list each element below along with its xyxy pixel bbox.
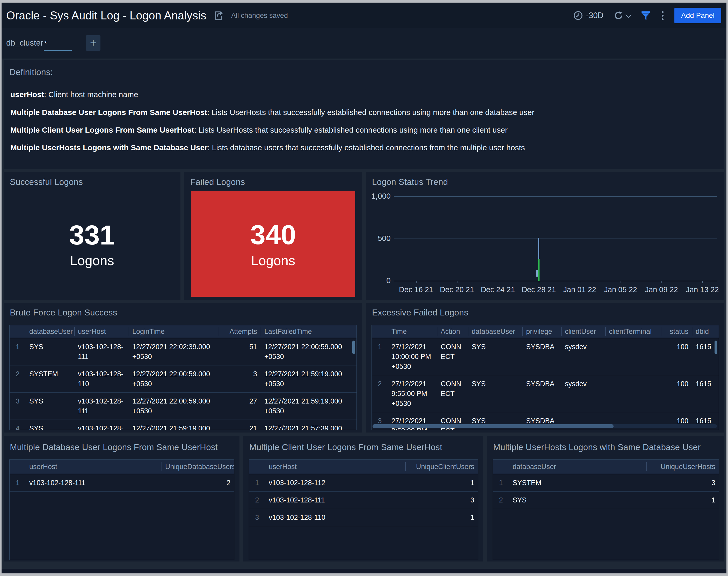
column-header[interactable]: Action <box>437 326 468 337</box>
table-cell: 27 <box>218 393 261 410</box>
horizontal-scrollbar-thumb[interactable] <box>372 424 613 428</box>
column-header[interactable]: privilege <box>522 326 561 337</box>
definition-item: Multiple UserHosts Logons with Same Data… <box>10 143 525 152</box>
table-cell: SYSDBA <box>522 375 561 392</box>
add-panel-button[interactable]: Add Panel <box>674 8 721 23</box>
column-header[interactable]: userHost <box>26 462 161 472</box>
table-cell: sysdev <box>561 375 605 392</box>
column-header[interactable]: UniqueClientUsers <box>405 462 478 472</box>
chart-gridline <box>394 238 717 239</box>
column-header[interactable]: LoginTime <box>129 326 218 337</box>
column-header[interactable]: UniqueDatabaseUsers <box>161 462 234 472</box>
column-header[interactable]: databaseUser <box>509 462 646 472</box>
definition-item: userHost: Client host machine name <box>10 90 138 99</box>
table-cell: 12/27/2021 22:00:59.000 +0530 <box>129 366 218 392</box>
table-cell: SYS <box>468 375 522 392</box>
refresh-control[interactable] <box>613 10 631 21</box>
column-header[interactable]: Attempts <box>218 326 261 337</box>
table-cell: 27/12/2021 10:00:00 PM +0530 <box>388 338 437 375</box>
chevron-down-icon <box>625 12 631 18</box>
column-header[interactable]: LastFailedTime <box>261 326 357 337</box>
filter-variable-label: db_cluster <box>6 38 43 48</box>
table-cell: 51 <box>218 338 261 355</box>
row-number: 1 <box>372 338 388 355</box>
failed-logons-panel: Failed Logons 340 Logons <box>184 172 362 300</box>
add-variable-button[interactable]: + <box>86 35 100 51</box>
definitions-heading: Definitions: <box>9 67 53 77</box>
multi-client-user-table: userHostUniqueClientUsers1v103-102-128-1… <box>249 459 478 560</box>
table-row: 4SYSv103-102-128-11112/27/2021 21:59:19.… <box>9 420 357 430</box>
dashboard-page: Oracle - Sys Audit Log - Logon Analysis … <box>2 3 726 573</box>
panel-title: Multiple Database User Logons From Same … <box>10 442 218 452</box>
column-header[interactable]: UniqueUserHosts <box>646 462 719 472</box>
table-cell: SYS <box>26 420 74 430</box>
table-cell: v103-102-128-111 <box>265 492 405 509</box>
page-title: Oracle - Sys Audit Log - Logon Analysis <box>6 9 206 22</box>
time-range-control[interactable]: -30D <box>573 10 604 21</box>
y-axis-tick-label: 1,000 <box>366 192 391 200</box>
panel-title: Successful Logons <box>10 177 83 187</box>
multi-db-user-table: userHostUniqueDatabaseUsers1v103-102-128… <box>9 459 234 560</box>
table-cell: 12/27/2021 21:57:39.000 +0530 <box>261 420 357 430</box>
table-cell: CONNECT <box>437 375 468 402</box>
vertical-scrollbar[interactable] <box>715 341 717 354</box>
filter-icon[interactable] <box>640 10 651 21</box>
table-row: 2SYS1 <box>493 492 719 509</box>
failed-logons-value: 340 <box>191 219 355 251</box>
table-row: 127/12/2021 10:00:00 PM +0530CONNECTSYSS… <box>372 338 719 375</box>
x-axis-tick-label: Jan 09 22 <box>639 285 684 294</box>
table-cell: SYS <box>468 338 522 355</box>
row-number: 1 <box>493 474 509 491</box>
successful-logons-panel: Successful Logons 331 Logons <box>4 172 180 300</box>
column-header[interactable]: Time <box>388 326 437 337</box>
share-export-icon[interactable] <box>214 10 224 21</box>
multi-client-user-panel: Multiple Client User Logons From Same Us… <box>243 436 483 561</box>
table-cell <box>605 375 661 382</box>
x-axis-tick-label: Dec 24 21 <box>476 285 520 294</box>
logon-trend-chart: 05001,000Dec 16 21Dec 20 21Dec 24 21Dec … <box>366 172 724 300</box>
row-number: 2 <box>372 375 388 392</box>
table-row: 3SYSv103-102-128-11112/27/2021 22:00:59.… <box>9 393 357 420</box>
clock-icon <box>573 10 583 21</box>
table-cell: sysdev <box>561 338 605 355</box>
column-header[interactable]: clientTerminal <box>605 326 661 337</box>
x-axis-tick <box>498 281 498 283</box>
column-header[interactable]: status <box>661 326 692 337</box>
kebab-menu-icon[interactable] <box>661 10 665 21</box>
table-cell: v103-102-128-111 <box>26 474 161 491</box>
table-cell: 12/27/2021 22:00:59.000 +0530 <box>261 338 357 365</box>
failed-logons-unit: Logons <box>191 253 355 268</box>
filter-variable-input[interactable] <box>44 37 72 51</box>
column-header[interactable]: clientUser <box>561 326 605 337</box>
table-cell: 12/27/2021 21:59:19.000 +0530 <box>129 420 218 430</box>
refresh-icon <box>613 10 624 21</box>
table-cell: SYSTEM <box>509 474 646 491</box>
table-cell: 12/27/2021 21:59:19.000 +0530 <box>261 393 357 420</box>
row-number: 2 <box>249 492 265 509</box>
row-number: 3 <box>249 509 265 526</box>
x-axis-tick-label: Jan 13 22 <box>680 285 724 294</box>
row-number: 2 <box>9 366 26 382</box>
excessive-failed-table: TimeActiondatabaseUserprivilegeclientUse… <box>371 325 719 430</box>
logon-status-trend-panel: Logon Status Trend 05001,000Dec 16 21Dec… <box>366 172 724 300</box>
column-header[interactable]: userHost <box>74 326 129 337</box>
column-header[interactable]: userHost <box>265 462 405 472</box>
table-cell: 2 <box>161 474 234 491</box>
column-header[interactable]: databaseUser <box>26 326 74 337</box>
horizontal-scrollbar[interactable] <box>372 424 717 428</box>
successful-logons-unit: Logons <box>4 253 180 268</box>
row-number: 3 <box>9 393 26 410</box>
vertical-scrollbar[interactable] <box>352 341 355 354</box>
brute-force-table: databaseUseruserHostLoginTimeAttemptsLas… <box>9 325 357 430</box>
column-header[interactable]: databaseUser <box>468 326 522 337</box>
table-row: 227/12/2021 9:55:00 PM +0530CONNECTSYSSY… <box>372 375 719 412</box>
table-cell: 1 <box>405 474 478 491</box>
successful-logons-value: 331 <box>4 219 180 251</box>
row-number: 2 <box>493 492 509 509</box>
table-row: 2SYSTEMv103-102-128-11012/27/2021 22:00:… <box>9 366 357 393</box>
column-header[interactable]: dbid <box>692 326 719 337</box>
failed-logons-alert-box: 340 Logons <box>191 191 355 297</box>
table-row: 1v103-102-128-1121 <box>249 474 478 492</box>
y-axis-tick-label: 500 <box>366 234 391 243</box>
bottom-strip <box>2 569 726 573</box>
